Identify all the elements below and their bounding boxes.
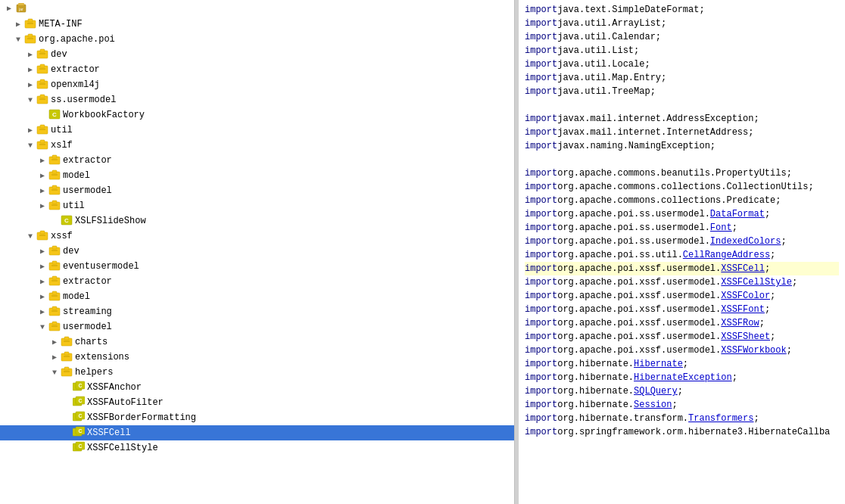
code-text: java.util.Locale; — [557, 59, 650, 70]
svg-text:C: C — [64, 217, 69, 224]
package-icon — [36, 64, 51, 76]
tree-item-extractor[interactable]: extractor — [0, 62, 514, 77]
type-link: SQLQuery — [634, 386, 678, 397]
keyword: import — [525, 168, 557, 179]
tree-label-xssf-usermodel: usermodel — [63, 322, 112, 332]
tree-label-xslf: xslf — [51, 140, 73, 151]
keyword: import — [525, 331, 557, 342]
tree-item-org-apache-poi[interactable]: org.apache.poi — [0, 32, 514, 47]
file-tree-panel[interactable]: jar META-INF org.apache.poi dev extracto… — [0, 0, 515, 504]
tree-item-xslf[interactable]: xslf — [0, 138, 514, 153]
package-icon — [61, 336, 75, 348]
code-text: java.util.Calendar; — [557, 32, 661, 42]
tree-item-xssf-anchor[interactable]: C XSSFAnchor — [0, 380, 514, 395]
svg-text:jar: jar — [18, 7, 23, 11]
code-line-1: import java.util.ArrayList; — [525, 17, 839, 30]
tree-item-extensions[interactable]: extensions — [0, 350, 514, 365]
code-line-15: import org.apache.poi.ss.usermodel.DataF… — [525, 207, 839, 221]
package-icon — [36, 124, 51, 136]
code-line-25: import org.apache.poi.xssf.usermodel.XSS… — [525, 344, 839, 357]
tree-item-xslf-util[interactable]: util — [0, 198, 514, 213]
tree-item-xssf-eventusermodel[interactable]: eventusermodel — [0, 259, 514, 274]
package-icon — [36, 79, 51, 91]
code-text: org.springframework.orm.hibernate3.Hiber… — [557, 427, 830, 437]
keyword: import — [525, 18, 557, 29]
tree-item-xssf-usermodel[interactable]: usermodel — [0, 319, 514, 334]
tree-item-util[interactable]: util — [0, 123, 514, 138]
tree-item-workbook-factory[interactable]: C WorkbookFactory — [0, 107, 514, 123]
arrow-openxml4j — [24, 80, 36, 89]
code-text: ; — [770, 291, 775, 301]
arrow-extractor — [24, 65, 36, 74]
code-line-13: import org.apache.commons.collections.Co… — [525, 180, 839, 194]
type-link: XSSFWorkbook — [721, 345, 786, 356]
tree-item-xssf-autofilter[interactable]: C XSSFAutoFilter — [0, 395, 514, 410]
tree-item-xslf-model[interactable]: model — [0, 168, 514, 183]
code-text: ; — [765, 209, 770, 219]
tree-label-org-apache-poi: org.apache.poi — [39, 34, 115, 45]
svg-text:C: C — [78, 428, 82, 434]
code-text: java.util.ArrayList; — [557, 18, 666, 29]
code-line-27: import org.hibernate.HibernateException; — [525, 371, 839, 384]
code-line-10: import javax.naming.NamingException; — [525, 139, 839, 153]
tree-label-xssf-cell: XSSFCell — [87, 428, 131, 438]
arrow-xslf — [24, 142, 36, 150]
tree-item-xssf-dev[interactable]: dev — [0, 244, 514, 259]
tree-item-openxml4j[interactable]: openxml4j — [0, 77, 514, 92]
code-panel: import java.text.SimpleDateFormat;import… — [519, 0, 845, 504]
tree-item-dev[interactable]: dev — [0, 47, 514, 62]
keyword: import — [525, 182, 557, 192]
svg-rect-27 — [40, 140, 45, 143]
tree-item-xssf-model[interactable]: model — [0, 289, 514, 304]
svg-rect-7 — [28, 34, 33, 37]
code-line-22: import org.apache.poi.xssf.usermodel.XSS… — [525, 303, 839, 316]
type-link: IndexedColors — [710, 236, 781, 247]
arrow-xssf-model — [36, 292, 48, 301]
tree-label-xslf-usermodel: usermodel — [63, 185, 112, 196]
package-icon — [48, 260, 63, 272]
svg-rect-24 — [40, 125, 45, 128]
tree-label-openxml4j: openxml4j — [51, 79, 100, 90]
code-text: org.apache.poi.ss.usermodel. — [557, 236, 710, 247]
tree-label-xslf-util: util — [63, 201, 85, 211]
tree-item-xslf-usermodel[interactable]: usermodel — [0, 183, 514, 198]
arrow-xslf-model — [36, 171, 48, 180]
tree-item-xssf-cellstyle[interactable]: C XSSFCellStyle — [0, 440, 514, 456]
package-icon — [48, 154, 63, 166]
code-line-29: import org.hibernate.Session; — [525, 398, 839, 412]
tree-item-xssf[interactable]: xssf — [0, 229, 514, 244]
tree-item-xslf-extractor[interactable]: extractor — [0, 153, 514, 168]
tree-item-xssf-borderformatting[interactable]: C XSSFBorderFormatting — [0, 410, 514, 425]
tree-root[interactable]: jar — [0, 0, 514, 17]
svg-rect-53 — [52, 276, 57, 279]
tree-item-xssf-extractor[interactable]: extractor — [0, 274, 514, 289]
code-text: org.apache.poi.xssf.usermodel. — [557, 263, 721, 274]
tree-item-xslf-slideshow[interactable]: C XSLFSlideShow — [0, 213, 514, 229]
arrow-xssf — [24, 232, 36, 241]
code-line-11 — [525, 153, 839, 166]
tree-item-xssf-cell[interactable]: C XSSFCell — [0, 425, 514, 440]
keyword: import — [525, 291, 557, 301]
type-link: Hibernate — [634, 359, 683, 369]
svg-rect-56 — [52, 291, 57, 294]
code-text: org.apache.poi.ss.usermodel. — [557, 222, 710, 233]
package-icon — [48, 291, 63, 303]
type-link: HibernateException — [634, 372, 732, 383]
code-text: ; — [672, 400, 677, 410]
code-line-14: import org.apache.commons.collections.Pr… — [525, 194, 839, 207]
package-icon — [24, 18, 39, 30]
tree-item-helpers[interactable]: helpers — [0, 365, 514, 380]
tree-item-ss-usermodel[interactable]: ss.usermodel — [0, 92, 514, 107]
tree-label-ss-usermodel: ss.usermodel — [51, 95, 116, 105]
tree-item-charts[interactable]: charts — [0, 334, 514, 350]
keyword: import — [525, 127, 557, 138]
code-text: java.util.List; — [557, 45, 639, 56]
package-icon — [36, 94, 51, 106]
tree-label-xssf-extractor: extractor — [63, 276, 112, 287]
code-line-3: import java.util.List; — [525, 44, 839, 58]
code-line-2: import java.util.Calendar; — [525, 30, 839, 44]
tree-item-meta-inf[interactable]: META-INF — [0, 17, 514, 32]
package-icon — [48, 185, 63, 197]
arrow-charts — [48, 338, 61, 347]
tree-item-xssf-streaming[interactable]: streaming — [0, 304, 514, 319]
